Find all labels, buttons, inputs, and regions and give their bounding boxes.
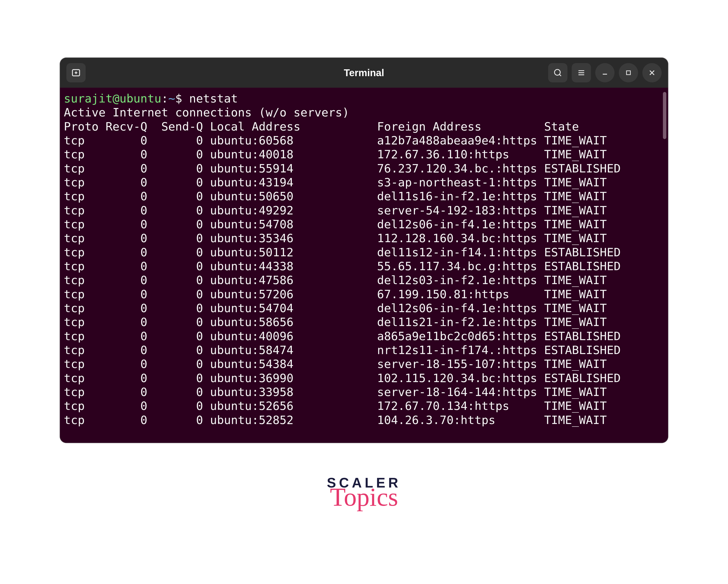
terminal-output: surajit@ubuntu:~$ netstat Active Interne… — [64, 91, 668, 427]
svg-line-4 — [560, 75, 561, 76]
terminal-body[interactable]: surajit@ubuntu:~$ netstat Active Interne… — [60, 88, 668, 443]
menu-button[interactable] — [572, 63, 591, 82]
titlebar-left — [67, 63, 86, 82]
new-tab-button[interactable] — [67, 63, 86, 82]
titlebar: Terminal — [60, 58, 668, 88]
scrollbar-thumb[interactable] — [663, 92, 666, 139]
search-button[interactable] — [548, 63, 567, 82]
titlebar-right — [548, 63, 661, 82]
search-icon — [553, 68, 563, 78]
brand-logo: SCALER Topics — [327, 475, 401, 510]
minimize-button[interactable] — [595, 63, 615, 82]
new-tab-icon — [71, 67, 81, 78]
close-icon — [648, 68, 656, 77]
svg-rect-9 — [626, 71, 630, 75]
maximize-icon — [625, 69, 632, 77]
close-button[interactable] — [642, 63, 661, 82]
brand-line2: Topics — [330, 484, 398, 510]
hamburger-icon — [576, 68, 586, 78]
maximize-button[interactable] — [619, 63, 638, 82]
minimize-icon — [601, 68, 609, 77]
terminal-window: Terminal — [60, 58, 668, 443]
window-title: Terminal — [344, 67, 384, 79]
svg-point-3 — [554, 69, 560, 75]
